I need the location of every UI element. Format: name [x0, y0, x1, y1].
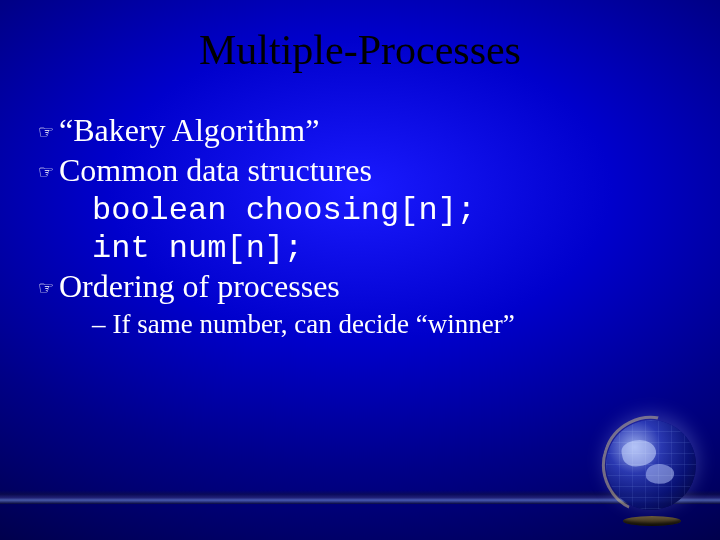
bullet-item: ☞ Common data structures: [38, 152, 720, 189]
globe-sphere: [606, 420, 696, 510]
globe-graphic: [596, 416, 708, 528]
globe-grid: [606, 420, 696, 510]
code-line: boolean choosing[n];: [38, 192, 720, 229]
hand-bullet-icon: ☞: [38, 279, 54, 297]
dash-bullet-icon: –: [92, 309, 106, 340]
bullet-text: “Bakery Algorithm”: [59, 112, 319, 149]
slide-body: ☞ “Bakery Algorithm” ☞ Common data struc…: [0, 74, 720, 340]
bullet-text: Ordering of processes: [59, 268, 340, 305]
sub-bullet-text: If same number, can decide “winner”: [113, 309, 515, 340]
hand-bullet-icon: ☞: [38, 123, 54, 141]
bullet-item: ☞ “Bakery Algorithm”: [38, 112, 720, 149]
globe-stand: [623, 516, 681, 526]
sub-bullet-item: – If same number, can decide “winner”: [38, 309, 720, 340]
hand-bullet-icon: ☞: [38, 163, 54, 181]
slide-title: Multiple-Processes: [0, 0, 720, 74]
code-line: int num[n];: [38, 230, 720, 267]
bullet-item: ☞ Ordering of processes: [38, 268, 720, 305]
bullet-text: Common data structures: [59, 152, 372, 189]
